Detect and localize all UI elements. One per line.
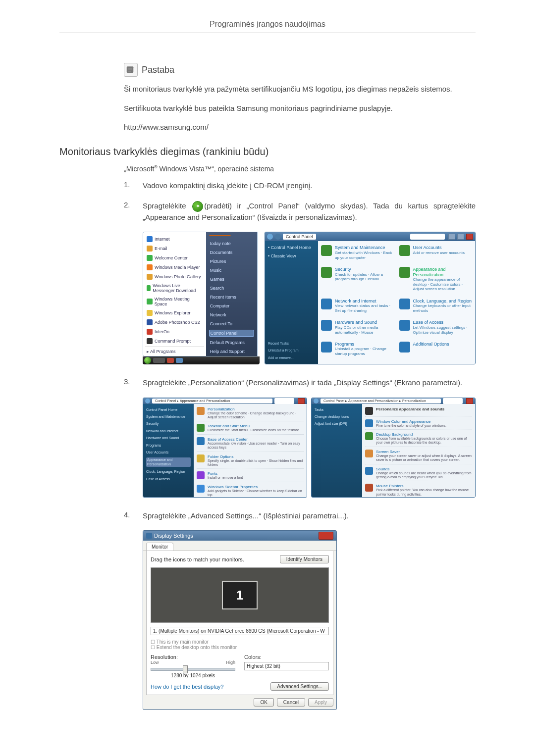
tab-monitor[interactable]: Monitor bbox=[146, 543, 173, 551]
personalization-item[interactable]: Personalize appearance and sounds bbox=[365, 407, 472, 417]
search-input[interactable] bbox=[410, 234, 445, 240]
control-panel-category[interactable]: Hardware and SoundPlay CDs or other medi… bbox=[321, 320, 394, 339]
control-panel-category[interactable]: Appearance and PersonalizationChange the… bbox=[399, 267, 473, 296]
close-button[interactable] bbox=[319, 532, 333, 540]
back-icon[interactable] bbox=[145, 399, 150, 403]
start-menu-right-item[interactable]: Games bbox=[209, 276, 254, 282]
breadcrumb[interactable]: Control Panel ▸ Appearance and Personali… bbox=[321, 399, 441, 403]
start-menu-right-item[interactable]: Recent Items bbox=[209, 294, 254, 300]
start-menu-right-item[interactable]: Documents bbox=[209, 250, 254, 255]
window-icon bbox=[146, 533, 152, 539]
colors-select[interactable]: Highest (32 bit) bbox=[244, 662, 329, 670]
control-panel-category[interactable]: ProgramsUninstall a program · Change sta… bbox=[321, 342, 394, 360]
control-panel-category[interactable]: Ease of AccessLet Windows suggest settin… bbox=[399, 320, 473, 339]
start-menu-right-item[interactable]: Computer bbox=[209, 303, 254, 309]
sidebar-item[interactable]: Clock, Language, Region bbox=[146, 470, 191, 474]
monitor-preview[interactable]: 1 bbox=[151, 567, 329, 623]
sidebar-item[interactable]: • Control Panel Home bbox=[268, 245, 315, 251]
category-item[interactable]: PersonalizationChange the color scheme ·… bbox=[197, 407, 304, 422]
sidebar-footer-item[interactable]: Add or remove... bbox=[268, 356, 315, 360]
start-menu-item[interactable]: ▸ All Programs bbox=[145, 347, 204, 355]
category-item[interactable]: FontsInstall or remove a font bbox=[197, 471, 304, 482]
personalization-item[interactable]: Desktop BackgroundChoose from available … bbox=[365, 432, 472, 447]
sidebar-item[interactable]: Control Panel Home bbox=[146, 408, 191, 412]
category-item[interactable]: Taskbar and Start MenuCustomize the Star… bbox=[197, 424, 304, 434]
start-menu-item[interactable]: InterOn bbox=[145, 328, 204, 336]
category-item[interactable]: Folder OptionsSpecify single- or double-… bbox=[197, 454, 304, 469]
figure-display-settings-dialog: Display Settings Monitor Drag the icons … bbox=[143, 530, 476, 710]
control-panel-category[interactable]: Network and InternetView network status … bbox=[321, 299, 394, 317]
minimize-button[interactable] bbox=[448, 234, 455, 240]
start-menu-right-item[interactable]: Search bbox=[209, 285, 254, 291]
sidebar-item[interactable]: Programs bbox=[146, 444, 191, 448]
personalization-item[interactable]: Screen SaverChange your screen saver or … bbox=[365, 450, 472, 464]
start-menu-right-item[interactable]: Default Programs bbox=[209, 340, 254, 346]
control-panel-category[interactable]: User AccountsAdd or remove user accounts bbox=[399, 245, 473, 264]
control-panel-category[interactable]: Additional Options bbox=[399, 342, 473, 360]
control-panel-category[interactable]: SecurityCheck for updates · Allow a prog… bbox=[321, 267, 394, 296]
sidebar-item[interactable]: • Classic View bbox=[268, 253, 315, 259]
sidebar-item[interactable]: Hardware and Sound bbox=[146, 436, 191, 440]
item-icon bbox=[365, 407, 373, 415]
sidebar-item[interactable]: Network and Internet bbox=[146, 429, 191, 433]
taskbar bbox=[143, 356, 260, 364]
start-menu-item[interactable]: E-mail bbox=[145, 245, 204, 252]
start-menu-item[interactable]: Windows Live Messenger Download bbox=[145, 282, 204, 294]
app-icon bbox=[147, 285, 151, 291]
close-button[interactable] bbox=[466, 398, 473, 404]
apply-button[interactable]: Apply bbox=[308, 698, 333, 706]
sidebar-item[interactable]: Tasks bbox=[315, 408, 359, 412]
ok-button[interactable]: OK bbox=[254, 698, 273, 706]
control-panel-category[interactable]: System and MaintenanceGet started with W… bbox=[321, 245, 394, 264]
monitor-thumb[interactable]: 1 bbox=[222, 581, 258, 609]
close-button[interactable] bbox=[466, 234, 473, 240]
start-menu-item[interactable]: Windows Meeting Space bbox=[145, 296, 204, 307]
identify-monitors-button[interactable]: Identify Monitors bbox=[280, 555, 329, 563]
sidebar-item[interactable]: Appearance and Personalization bbox=[146, 457, 191, 467]
maximize-button[interactable] bbox=[457, 234, 464, 240]
breadcrumb[interactable]: Control Panel bbox=[283, 234, 316, 240]
start-menu-right-item[interactable]: Connect To bbox=[209, 321, 254, 327]
close-button[interactable] bbox=[298, 398, 305, 404]
sidebar-item[interactable]: Security bbox=[146, 422, 191, 426]
start-menu-right-item[interactable]: Pictures bbox=[209, 258, 254, 264]
start-menu-item[interactable]: Adobe Photoshop CS2 bbox=[145, 318, 204, 326]
start-orb-icon[interactable] bbox=[144, 357, 151, 364]
back-icon[interactable] bbox=[267, 234, 273, 240]
back-icon[interactable] bbox=[314, 399, 319, 403]
help-link[interactable]: How do I get the best display? bbox=[151, 684, 223, 690]
sidebar-item[interactable]: System and Maintenance bbox=[146, 415, 191, 419]
search-input[interactable] bbox=[443, 398, 463, 404]
personalization-item[interactable]: Mouse PointersPick a different pointer. … bbox=[365, 484, 472, 497]
sidebar-item[interactable]: Change desktop icons bbox=[315, 415, 359, 419]
start-menu-item[interactable]: Command Prompt bbox=[145, 337, 204, 345]
start-menu-right-item[interactable]: Music bbox=[209, 267, 254, 273]
start-menu-item[interactable]: Internet bbox=[145, 235, 204, 243]
control-panel-category[interactable]: Clock, Language, and RegionChange keyboa… bbox=[399, 299, 473, 317]
sidebar-item[interactable]: Adjust font size (DPI) bbox=[315, 422, 359, 426]
advanced-settings-button[interactable]: Advanced Settings... bbox=[270, 682, 329, 691]
start-menu-item[interactable]: Windows Explorer bbox=[145, 309, 204, 317]
personalization-item[interactable]: SoundsChange which sounds are heard when… bbox=[365, 467, 472, 482]
start-menu-right-item[interactable]: Help and Support bbox=[209, 349, 254, 354]
start-menu-right-item[interactable]: Control Panel bbox=[209, 330, 254, 337]
resolution-slider[interactable] bbox=[151, 668, 235, 671]
sidebar-item[interactable]: Ease of Access bbox=[146, 477, 191, 481]
start-menu-item[interactable]: Welcome Center bbox=[145, 254, 204, 262]
cancel-button[interactable]: Cancel bbox=[277, 698, 305, 706]
category-item[interactable]: Windows Sidebar PropertiesAdd gadgets to… bbox=[197, 485, 304, 498]
category-icon bbox=[399, 342, 410, 353]
personalization-item[interactable]: Window Color and AppearanceFine tune the… bbox=[365, 419, 472, 430]
monitor-select[interactable]: 1. (Multiple Monitors) on NVIDIA GeForce… bbox=[151, 627, 329, 635]
start-menu-right-item[interactable]: today note bbox=[209, 241, 254, 247]
breadcrumb[interactable]: Control Panel ▸ Appearance and Personali… bbox=[152, 399, 272, 403]
search-input[interactable] bbox=[274, 398, 294, 404]
start-menu-right-item[interactable]: Network bbox=[209, 312, 254, 318]
forward-icon[interactable] bbox=[275, 234, 281, 240]
sidebar-footer-item[interactable]: Recent Tasks bbox=[268, 342, 315, 346]
sidebar-footer-item[interactable]: Uninstall a Program bbox=[268, 349, 315, 353]
category-item[interactable]: Ease of Access CenterAccommodate low vis… bbox=[197, 437, 304, 452]
start-menu-item[interactable]: Windows Photo Gallery bbox=[145, 273, 204, 281]
sidebar-item[interactable]: User Accounts bbox=[146, 451, 191, 454]
start-menu-item[interactable]: Windows Media Player bbox=[145, 263, 204, 271]
